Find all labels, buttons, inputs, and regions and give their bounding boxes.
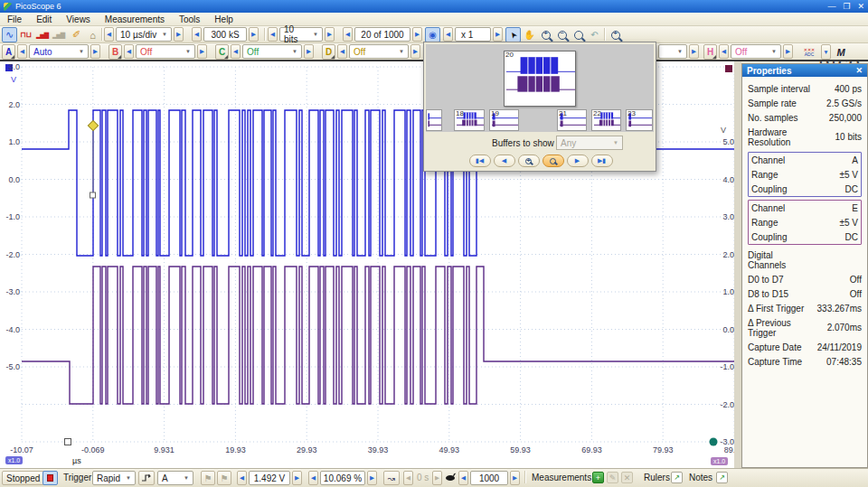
probe-setup-dropdown[interactable]: ▼ xyxy=(821,44,831,60)
captures-input[interactable]: 1000 xyxy=(470,471,508,485)
trigger-delay-icon[interactable]: ↝ xyxy=(383,471,400,485)
channel-a-select[interactable]: Auto▼ xyxy=(29,44,89,59)
probe-setup-icon[interactable]: ✕✕✕ADC xyxy=(798,44,820,60)
buffer-first-button[interactable]: ▮◀ xyxy=(469,155,491,167)
buffer-last-button[interactable]: ▶▮ xyxy=(591,155,613,167)
buffer-thumbnail[interactable]: 22 xyxy=(591,109,621,131)
trigger-level-input[interactable]: 1.492 V xyxy=(249,471,290,485)
channel-h-next-button[interactable]: ▶ xyxy=(783,44,793,59)
channel-c-button[interactable]: C xyxy=(215,44,229,60)
pan-hand-icon[interactable]: ✋ xyxy=(522,27,537,42)
channel-d-next-button[interactable]: ▶ xyxy=(410,44,420,59)
channel-b-prev-button[interactable]: ◀ xyxy=(124,44,134,59)
close-button[interactable]: ✕ xyxy=(857,2,864,11)
menu-item-tools[interactable]: Tools xyxy=(172,13,207,26)
channel-c-prev-button[interactable]: ◀ xyxy=(231,44,241,59)
plot-properties-splitter[interactable] xyxy=(734,61,741,468)
timebase-next-button[interactable]: ▶ xyxy=(174,27,184,42)
holdoff-up-button[interactable]: ▶ xyxy=(432,471,442,485)
resolution-prev-button[interactable]: ◀ xyxy=(268,27,278,42)
marquee-zoom-icon[interactable] xyxy=(571,27,586,42)
channel-d-prev-button[interactable]: ◀ xyxy=(337,44,347,59)
buffer-zoom-in-button[interactable] xyxy=(518,155,540,167)
trigger-marker2-icon[interactable]: ⚑ xyxy=(217,471,231,485)
trigger-source-select[interactable]: A▼ xyxy=(157,471,193,485)
samples-prev-button[interactable]: ◀ xyxy=(192,27,202,42)
channel-a-button[interactable]: A xyxy=(2,44,15,60)
resolution-next-button[interactable]: ▶ xyxy=(325,27,335,42)
buffer-overview-icon[interactable]: ◉ xyxy=(425,27,440,42)
channel-g-select[interactable]: ▼ xyxy=(658,44,687,59)
trigger-mode-select[interactable]: Rapid▼ xyxy=(92,471,136,485)
buffer-thumbnail[interactable]: 18 xyxy=(454,109,485,131)
menu-item-views[interactable]: Views xyxy=(59,13,98,26)
channel-h-button[interactable]: H xyxy=(703,44,717,60)
trigger-edge-icon[interactable] xyxy=(138,471,155,485)
digital-view-icon[interactable]: ⊓⊔ xyxy=(18,27,33,42)
buffer-next-button[interactable]: ▶ xyxy=(567,155,589,167)
samples-input[interactable]: 300 kS xyxy=(203,27,247,42)
buffer-zoom-mode-button[interactable] xyxy=(542,155,564,167)
properties-close-icon[interactable]: ✕ xyxy=(855,66,863,75)
probe-wizard-icon[interactable]: ✐ xyxy=(69,27,84,42)
persistence-view-icon[interactable]: ▂▅▇ xyxy=(51,27,66,42)
add-measurement-button[interactable]: + xyxy=(592,472,604,483)
zoom-factor-input[interactable]: x 1 xyxy=(455,27,491,42)
maximize-button[interactable]: ❐ xyxy=(843,2,850,11)
channel-h-select[interactable]: Off▼ xyxy=(731,44,781,59)
scope-view-icon[interactable]: ∿ xyxy=(2,27,17,42)
buffer-prev-button[interactable]: ◀ xyxy=(343,27,353,42)
captures-up-button[interactable]: ▶ xyxy=(510,471,520,485)
channel-a-prev-button[interactable]: ◀ xyxy=(17,44,27,59)
resolution-select[interactable]: 10 bits▼ xyxy=(279,27,323,42)
undo-zoom-icon[interactable]: ↶ xyxy=(587,27,602,42)
buffer-thumbnail[interactable]: 23 xyxy=(626,109,653,131)
channel-g-next-button[interactable]: ▶ xyxy=(689,44,699,59)
trigger-marker-icon[interactable]: ⚑ xyxy=(201,471,215,485)
delete-measurement-button[interactable]: ✕ xyxy=(621,472,633,483)
channel-a-next-button[interactable]: ▶ xyxy=(90,44,100,59)
pretrigger-down-button[interactable]: ◀ xyxy=(308,471,318,485)
home-settings-icon[interactable]: ⌂ xyxy=(85,27,100,42)
channel-c-next-button[interactable]: ▶ xyxy=(304,44,314,59)
stop-button[interactable] xyxy=(42,471,58,485)
timebase-select[interactable]: 10 µs/div▼ xyxy=(116,27,172,42)
buffer-previous-button[interactable]: ◀ xyxy=(494,155,515,167)
zoom-out-icon[interactable] xyxy=(554,27,570,42)
zoom-full-icon[interactable] xyxy=(608,27,623,42)
buffer-thumbnail[interactable]: 19 xyxy=(489,109,519,131)
buffer-thumbnail[interactable] xyxy=(426,109,442,131)
channel-b-button[interactable]: B xyxy=(108,44,122,60)
channel-b-next-button[interactable]: ▶ xyxy=(197,44,207,59)
zoom-in-icon[interactable] xyxy=(538,27,553,42)
x-zoom-badge-right[interactable]: x1.0 xyxy=(711,457,728,465)
buffers-to-show-select[interactable]: Any▼ xyxy=(556,136,623,150)
notes-export-icon[interactable]: ↗ xyxy=(716,472,728,483)
pretrigger-up-button[interactable]: ▶ xyxy=(367,471,377,485)
x-zoom-badge-left[interactable]: x1.0 xyxy=(5,456,23,464)
minimize-button[interactable]: — xyxy=(827,2,835,11)
spectrum-view-icon[interactable]: ▂▅▇ xyxy=(34,27,50,42)
channel-b-select[interactable]: Off▼ xyxy=(136,44,195,59)
samples-next-button[interactable]: ▶ xyxy=(249,27,259,42)
rulers-export-icon[interactable]: ↗ xyxy=(671,472,683,483)
zoom-factor-prev-button[interactable]: ◀ xyxy=(443,27,453,42)
channel-d-select[interactable]: Off▼ xyxy=(349,44,409,59)
channel-c-select[interactable]: Off▼ xyxy=(242,44,302,59)
buffer-thumbnail-selected[interactable]: 20 xyxy=(504,51,576,107)
buffer-thumbnail[interactable]: 21 xyxy=(557,109,587,131)
trigger-level-up-button[interactable]: ▶ xyxy=(292,471,302,485)
math-channels-icon[interactable]: M xyxy=(833,44,849,60)
channel-h-prev-button[interactable]: ◀ xyxy=(719,44,729,59)
zoom-factor-next-button[interactable]: ▶ xyxy=(493,27,503,42)
buffer-position-input[interactable]: 20 of 1000 xyxy=(354,27,410,42)
pointer-tool-icon[interactable]: ➤ xyxy=(505,27,521,42)
channel-d-button[interactable]: D xyxy=(322,44,335,60)
menu-item-help[interactable]: Help xyxy=(207,13,241,26)
buffer-next-button[interactable]: ▶ xyxy=(412,27,422,42)
trigger-level-down-button[interactable]: ◀ xyxy=(237,471,247,485)
menu-item-file[interactable]: File xyxy=(0,13,29,26)
timebase-prev-button[interactable]: ◀ xyxy=(104,27,114,42)
menu-item-edit[interactable]: Edit xyxy=(29,13,59,26)
menu-item-measurements[interactable]: Measurements xyxy=(98,13,172,26)
